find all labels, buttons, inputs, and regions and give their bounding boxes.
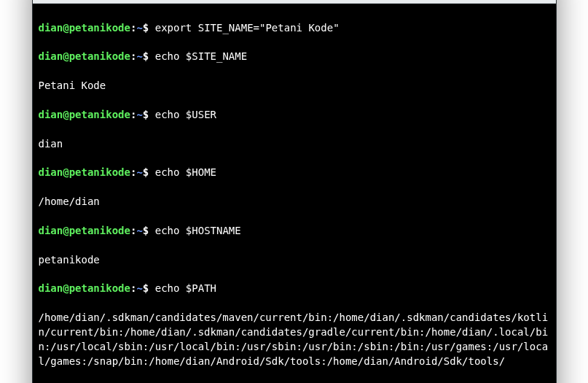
terminal-command: echo $USER — [155, 109, 216, 120]
prompt-at: @ — [63, 225, 68, 236]
prompt-at: @ — [63, 50, 68, 62]
prompt-cwd: ~ — [136, 225, 142, 236]
prompt-at: @ — [63, 22, 68, 34]
terminal-command: echo $HOSTNAME — [155, 225, 241, 236]
terminal-area[interactable]: dian@petanikode:~$ export SITE_NAME="Pet… — [33, 4, 556, 383]
prompt-dollar: $ — [143, 282, 149, 294]
terminal-output: Petani Kode — [39, 79, 550, 93]
prompt-user: dian — [39, 282, 63, 294]
terminal-line: dian@petanikode:~$ echo $USER — [39, 108, 550, 123]
prompt-dollar: $ — [143, 109, 149, 120]
prompt-user: dian — [39, 50, 63, 62]
prompt-user: dian — [39, 166, 63, 178]
terminal-command: echo $HOME — [155, 166, 216, 178]
terminal-output: dian — [39, 137, 550, 152]
terminal-command: export SITE_NAME="Petani Kode" — [155, 22, 340, 34]
prompt-at: @ — [63, 282, 68, 294]
terminal-output: /home/dian — [39, 195, 550, 209]
prompt-host: petanikode — [69, 50, 130, 62]
prompt-cwd: ~ — [136, 166, 142, 178]
konsole-window: > dian : bash — Konsole File Edit View B… — [32, 0, 557, 383]
prompt-cwd: ~ — [136, 22, 142, 34]
prompt-cwd: ~ — [136, 50, 142, 62]
terminal-line: dian@petanikode:~$ export SITE_NAME="Pet… — [39, 21, 550, 36]
prompt-dollar: $ — [143, 166, 149, 178]
terminal-line: dian@petanikode:~$ echo $HOME — [39, 166, 550, 180]
prompt-cwd: ~ — [136, 282, 142, 294]
terminal-line: dian@petanikode:~$ echo $SITE_NAME — [39, 50, 550, 64]
terminal-output: petanikode — [39, 253, 550, 268]
terminal-command: echo $SITE_NAME — [155, 50, 247, 62]
prompt-host: petanikode — [69, 282, 130, 294]
terminal-line: dian@petanikode:~$ echo $HOSTNAME — [39, 224, 550, 239]
prompt-host: petanikode — [69, 225, 130, 236]
prompt-dollar: $ — [143, 22, 149, 34]
prompt-host: petanikode — [69, 166, 130, 178]
prompt-host: petanikode — [69, 109, 130, 120]
prompt-host: petanikode — [69, 22, 130, 34]
prompt-at: @ — [63, 166, 68, 178]
terminal-output: /home/dian/.sdkman/candidates/maven/curr… — [39, 311, 550, 369]
terminal-command: echo $PATH — [155, 282, 216, 294]
prompt-cwd: ~ — [136, 109, 142, 120]
terminal-line: dian@petanikode:~$ echo $PATH — [39, 282, 550, 296]
prompt-user: dian — [39, 22, 63, 34]
prompt-at: @ — [63, 109, 68, 120]
prompt-user: dian — [39, 109, 63, 120]
prompt-dollar: $ — [143, 225, 149, 236]
prompt-dollar: $ — [143, 50, 149, 62]
prompt-user: dian — [39, 225, 63, 236]
